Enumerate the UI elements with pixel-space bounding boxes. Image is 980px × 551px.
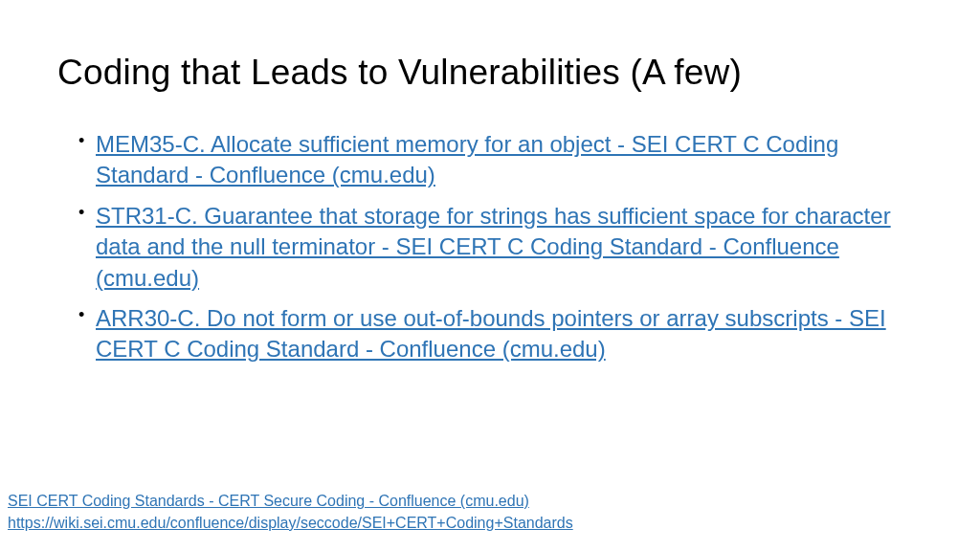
- slide-container: Coding that Leads to Vulnerabilities (A …: [0, 0, 980, 551]
- footer-area: SEI CERT Coding Standards - CERT Secure …: [8, 491, 923, 534]
- footer-link-standards[interactable]: SEI CERT Coding Standards - CERT Secure …: [8, 491, 923, 512]
- list-item: STR31-C. Guarantee that storage for stri…: [78, 201, 923, 294]
- link-arr30c[interactable]: ARR30-C. Do not form or use out-of-bound…: [96, 305, 886, 362]
- list-item: ARR30-C. Do not form or use out-of-bound…: [78, 303, 923, 365]
- slide-title: Coding that Leads to Vulnerabilities (A …: [57, 53, 923, 93]
- link-str31c[interactable]: STR31-C. Guarantee that storage for stri…: [96, 203, 891, 291]
- content-area: MEM35-C. Allocate sufficient memory for …: [57, 129, 923, 365]
- list-item: MEM35-C. Allocate sufficient memory for …: [78, 129, 923, 191]
- bullet-list: MEM35-C. Allocate sufficient memory for …: [78, 129, 923, 365]
- link-mem35c[interactable]: MEM35-C. Allocate sufficient memory for …: [96, 131, 838, 187]
- footer-link-url[interactable]: https://wiki.sei.cmu.edu/confluence/disp…: [8, 513, 923, 534]
